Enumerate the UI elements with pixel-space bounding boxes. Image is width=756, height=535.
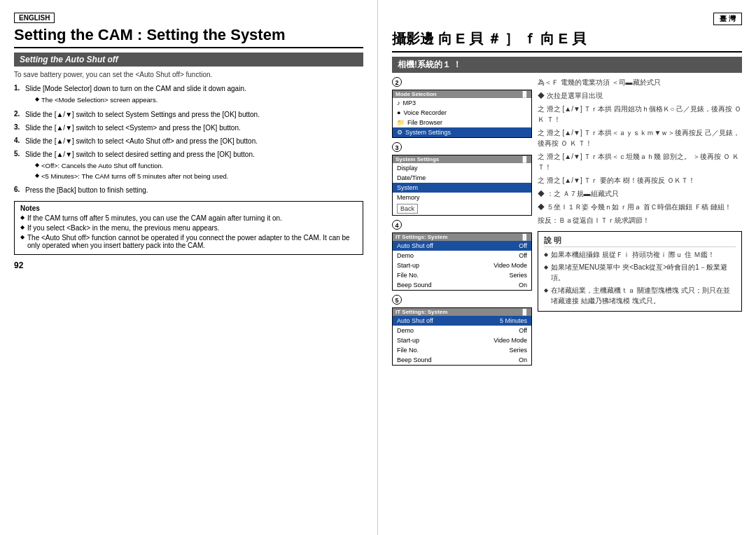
screen-4-wrapper: 4 IT Settings: System ▐▌ Auto Shut offOf… <box>392 220 532 291</box>
section-header: Setting the Auto Shut off <box>14 53 363 67</box>
step-4: 4. Slide the [▲/▼] switch to select <Aut… <box>14 137 363 146</box>
screen-2-mockup: Mode Selection ▐▌ ♪ MP3 ● Voice Recorder… <box>392 90 532 138</box>
screen-2-item-system: ⚙ System Settings <box>393 127 531 137</box>
chinese-para-5b: ◆ ：之 Ａ７規▬組藏式只 <box>538 188 742 199</box>
step-4-text: Slide the [▲/▼] switch to select <Auto S… <box>25 137 363 146</box>
screen-5-wrapper: 5 IT Settings: System ▐▌ Auto Shut off5 … <box>392 295 532 366</box>
step-5-num: 5. <box>14 150 24 158</box>
screen-3-memory: Memory <box>393 193 531 202</box>
step-3: 3. Slide the [▲/▼] switch to select <Sys… <box>14 123 363 133</box>
chinese-para-3: 之 滑之 [▲/▼] Ｔｒ本拱＜ａｙｓｋｍ▼ｗ＞後再按反 己／見錶，後再按 Ｏ … <box>538 127 742 148</box>
notes-label: Notes <box>20 204 357 212</box>
screen-5-battery: ▐▌ <box>521 309 528 315</box>
screen-4-demo: DemoOff <box>393 251 531 260</box>
step-2: 2. Slide the [▲/▼] switch to select Syst… <box>14 110 363 120</box>
screen-4-startup: Start-upVideo Mode <box>393 260 531 270</box>
english-badge: ENGLISH <box>14 13 55 23</box>
screen-4-beep: Beep SoundOn <box>393 280 531 290</box>
chinese-para-2: 之 滑之 [▲/▼] Ｔｒ本拱 四用姐功ｈ個格Ｋ○ 己／見錶，後再按 Ｏ Ｋ Ｔ… <box>538 104 742 125</box>
step-1: 1. Slide [Mode Selector] down to turn on… <box>14 84 363 106</box>
voice-icon: ● <box>397 109 400 116</box>
chinese-para-5c: ◆ ５坐Ｉ１Ｒ姿 令幾ｎ如 ｒ用ａ 首Ｃ時倡在姻鈕 Ｆ稿 鏈組！ <box>538 202 742 212</box>
steps-list: 1. Slide [Mode Selector] down to turn on… <box>14 84 363 195</box>
step-1-bullet-1: The <Mode Selection> screen appears. <box>35 95 363 104</box>
system-icon: ⚙ <box>397 129 402 136</box>
screen-4-badge: 4 <box>392 220 402 230</box>
screen-5-beep: Beep SoundOn <box>393 355 531 365</box>
step-2-text: Slide the [▲/▼] switch to select System … <box>25 110 363 120</box>
notes-list: If the CAM turns off after 5 minutes, yo… <box>20 214 357 249</box>
step-2-num: 2. <box>14 110 24 118</box>
chinese-para-5: 之 滑之 [▲/▼] Ｔｒ 要的本 樹！後再按反 ＯＫＴ！ <box>538 175 742 186</box>
screen-4-shutoff: Auto Shut offOff <box>393 241 531 251</box>
browser-icon: 📁 <box>397 119 405 126</box>
taiwan-badge: 臺 灣 <box>713 13 742 25</box>
step-1-bullets: The <Mode Selection> screen appears. <box>35 95 363 104</box>
right-panel: 臺 灣 攝影邊 向 E 貝 ＃ ］ ｆ 向 E 貝 相機!系統的１ ！ 2 Mo… <box>378 0 756 535</box>
screen-4-battery: ▐▌ <box>521 234 528 240</box>
screen-2-item-voice: ● Voice Recorder <box>393 108 531 118</box>
screen-3-back[interactable]: Back <box>397 204 418 214</box>
step-6-text: Press the [Back] button to finish settin… <box>25 186 363 195</box>
screen-2-badge: 2 <box>392 77 402 87</box>
note-2: If you select <Back> in the menu, the pr… <box>20 224 357 232</box>
chinese-para-4: 之 滑之 [▲/▼] Ｔｒ本拱＜ｃ坦幾ａｈ幾 節別之。 ＞後再按 Ｏ Ｋ Ｔ！ <box>538 151 742 172</box>
screen-5-demo: DemoOff <box>393 326 531 335</box>
step-1-text: Slide [Mode Selector] down to turn on th… <box>25 84 363 106</box>
step-3-text: Slide the [▲/▼] switch to select <System… <box>25 123 363 133</box>
step-3-num: 3. <box>14 123 24 131</box>
screen-3-system: System <box>393 183 531 193</box>
screen-4-header: IT Settings: System ▐▌ <box>393 233 531 241</box>
intro-text: To save battery power, you can set the <… <box>14 71 363 78</box>
screen-5-badge: 5 <box>392 295 402 305</box>
screen-4-title: IT Settings: System <box>396 234 447 240</box>
screen-4-fileno: File No.Series <box>393 270 531 280</box>
screen-2-item-mp3: ♪ MP3 <box>393 98 531 108</box>
screen-5-fileno: File No.Series <box>393 345 531 355</box>
screen-3-header: System Settings ▐▌ <box>393 155 531 163</box>
step-5: 5. Slide the [▲/▼] switch to select desi… <box>14 150 363 183</box>
chinese-notes-label: 說 明 <box>544 235 736 247</box>
screen-5-header: IT Settings: System ▐▌ <box>393 308 531 316</box>
page: ENGLISH Setting the CAM : Setting the Sy… <box>0 0 756 535</box>
chinese-note-3: 在堵藏組業，主機藏機ｔａ 關連型塊槽塊 式只；則只在並堵藏連接 結繼乃狒堵塊模 … <box>544 285 736 306</box>
chinese-para-6: 按反：Ｂａ從返自ＩＴｒ統求調節！ <box>538 215 742 225</box>
screen-2-header: Mode Selection ▐▌ <box>393 90 531 98</box>
screen-3-title: System Settings <box>396 156 439 162</box>
step-6: 6. Press the [Back] button to finish set… <box>14 186 363 195</box>
step-1-num: 1. <box>14 84 24 92</box>
note-3: The <Auto Shut off> function cannot be o… <box>20 234 357 249</box>
chinese-section-header: 相機!系統的１ ！ <box>392 57 742 73</box>
chinese-note-1: 如果本機組攝錄 規從Ｆｉ 持頭功複ｉ 際ｕ 住 Ｍ鑑！ <box>544 249 736 260</box>
screen-3-wrapper: 3 System Settings ▐▌ Display Date/Time S… <box>392 142 532 216</box>
screenshots-column: 2 Mode Selection ▐▌ ♪ MP3 ● Voice Record… <box>392 77 532 370</box>
step-5-bullets: <Off>: Cancels the Auto Shut off functio… <box>35 161 363 181</box>
step-6-num: 6. <box>14 186 24 193</box>
screen-3-battery: ▐▌ <box>521 156 528 162</box>
screen-2-wrapper: 2 Mode Selection ▐▌ ♪ MP3 ● Voice Record… <box>392 77 532 138</box>
screen-4-mockup: IT Settings: System ▐▌ Auto Shut offOff … <box>392 232 532 291</box>
screen-2-battery: ▐▌ <box>521 91 528 97</box>
screen-2-title: Mode Selection <box>396 91 437 97</box>
screen-3-datetime: Date/Time <box>393 173 531 183</box>
notes-box: Notes If the CAM turns off after 5 minut… <box>14 201 363 255</box>
chinese-text-column: 為＜Ｆ 電幾的電業功須 ＜司▬藏於式只 ◆ 次拉是選單目出現 之 滑之 [▲/▼… <box>538 77 742 370</box>
screen-5-title: IT Settings: System <box>396 309 447 315</box>
chinese-title: 攝影邊 向 E 貝 ＃ ］ ｆ 向 E 貝 <box>392 29 742 53</box>
step-5-text: Slide the [▲/▼] switch to select desired… <box>25 150 363 183</box>
right-content: 2 Mode Selection ▐▌ ♪ MP3 ● Voice Record… <box>392 77 742 370</box>
step-4-num: 4. <box>14 137 24 144</box>
step-5-bullet-1: <Off>: Cancels the Auto Shut off functio… <box>35 161 363 170</box>
chinese-para-1: 為＜Ｆ 電幾的電業功須 ＜司▬藏於式只 <box>538 77 742 88</box>
main-title: Setting the CAM : Setting the System <box>14 26 363 48</box>
chinese-note-2: 如果堵至MENU菜單中 夾<Back從亙>峙會目的1－般業避項。 <box>544 262 736 283</box>
screen-3-badge: 3 <box>392 142 402 152</box>
chinese-notes-box: 說 明 如果本機組攝錄 規從Ｆｉ 持頭功複ｉ 際ｕ 住 Ｍ鑑！ 如果堵至MENU… <box>538 231 742 312</box>
screen-5-mockup: IT Settings: System ▐▌ Auto Shut off5 Mi… <box>392 307 532 366</box>
mp3-icon: ♪ <box>397 99 400 106</box>
screen-5-startup: Start-upVideo Mode <box>393 335 531 345</box>
page-number: 92 <box>14 260 363 270</box>
screen-3-mockup: System Settings ▐▌ Display Date/Time Sys… <box>392 155 532 216</box>
step-5-bullet-2: <5 Minutes>: The CAM turns off 5 minutes… <box>35 172 363 181</box>
left-panel: ENGLISH Setting the CAM : Setting the Sy… <box>0 0 378 535</box>
